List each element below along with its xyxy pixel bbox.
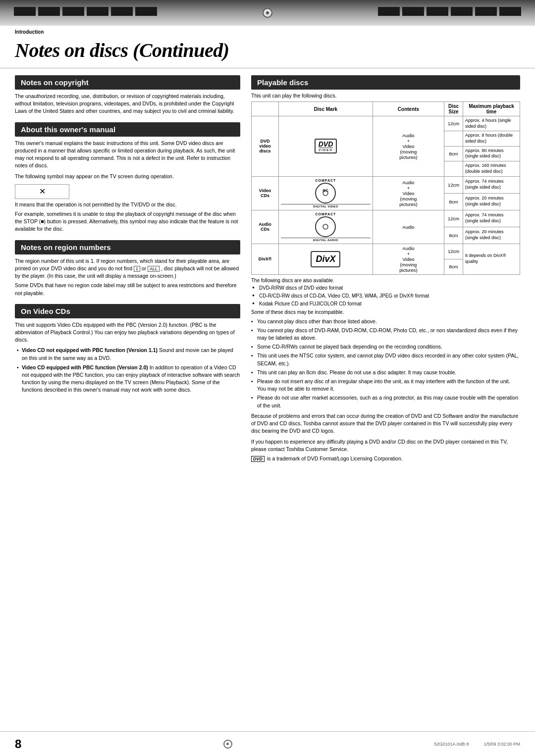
header-blocks-left [14,7,157,16]
notes-on-copyright-section: Notes on copyright The unauthorized reco… [15,75,240,115]
footer-date-info: 1/5/09 3:02:00 PM [483,742,520,747]
list-item-kodak: ● Kodak Picture CD and FUJICOLOR CD form… [252,301,520,307]
about-manual-body3: It means that the operation is not permi… [15,201,240,208]
header-bar [0,0,535,26]
dvd-size-8cm: 8cm [444,146,463,161]
also-available-list: ● DVD-R/RW discs of DVD video format ● C… [251,285,520,307]
dvd-size-empty2 [444,161,463,176]
header-block [499,7,521,16]
bottom-text-2: If you happen to experience any difficul… [251,438,520,453]
incompatible-note: Some of these discs may be incompatible. [251,309,520,315]
section-label: Introduction [0,26,535,35]
dvd-disc-mark-cell: DVD VIDEO [279,116,373,177]
bottom-text-1: Because of problems and errors that can … [251,412,520,435]
header-block [378,7,400,16]
header-block [62,7,84,16]
also-available-label: The following discs are also available. [251,278,520,283]
header-block [14,7,36,16]
header-block [87,7,108,16]
playable-discs-heading: Playable discs [251,75,520,90]
notes-on-region-body2: Some DVDs that have no region code label… [15,282,240,297]
on-video-cds-body1: This unit supports Video CDs equipped wi… [15,321,240,344]
footer-file-info: 52G0101A.indb 8 [434,742,469,747]
audiocds-contents-cell: Audio [373,210,444,244]
dvd-contents-cell: Audio+Video(movingpictures) [373,116,444,177]
notes-on-region-heading: Notes on region numbers [15,240,240,254]
header-blocks-right [378,7,521,16]
header-block [38,7,60,16]
divx-disc-mark-cell: DivX [279,244,373,274]
footer-info: 52G0101A.indb 8 1/5/09 3:02:00 PM [434,742,520,747]
divx-contents-cell: Audio+Video(movingpictures) [373,244,444,274]
dvd-time-8cm-single: Approx. 80 minutes (single sided disc) [463,146,520,161]
header-block [135,7,157,16]
video-cd-bullet2: • Video CD equipped with PBC function (V… [17,364,240,394]
col-header-max-playback: Maximum playback time [463,102,520,116]
warning-bullets-list: • You cannot play discs other than those… [251,318,520,409]
dvd-size-12cm: 12cm [444,116,463,131]
table-row-divx: DivX® DivX Audio+Video(movingpictures) 1… [252,244,520,259]
page-title-area: Notes on discs (Continued) [0,35,535,68]
header-block [402,7,424,16]
playable-discs-intro: This unit can play the following discs. [251,93,520,99]
about-manual-section: About this owner's manual This owner's m… [15,122,240,233]
videocds-time-8cm: Approx. 20 minutes (single sided disc) [463,193,520,210]
list-item-dvdrw: ● DVD-R/RW discs of DVD video format [252,285,520,292]
about-manual-body2: The following symbol may appear on the T… [15,173,240,180]
audiocds-time-8cm: Approx. 20 minutes (single sided disc) [463,227,520,244]
header-block [475,7,497,16]
col-header-empty [252,102,279,116]
audiocds-disc-mark-cell: COMPACT DIGITAL AUDIO [279,210,373,244]
table-row-audiocds: AudioCDs COMPACT DIGITAL AUDIO [252,210,520,227]
header-block [451,7,473,16]
header-block [111,7,133,16]
notes-on-region-body1: The region number of this unit is 1. If … [15,257,240,280]
audiocds-size-8cm: 8cm [444,227,463,244]
warning-bullet-3: • Some CD-R/RWs cannot be played back de… [251,343,520,351]
symbol-box: ✕ [15,184,69,199]
about-manual-body4: For example, sometimes it is unable to s… [15,210,240,233]
right-column: Playable discs This unit can play the fo… [251,68,520,462]
videocds-disc-mark-cell: COMPACT ISC DIGITAL VIDEO [279,176,373,210]
page-title: Notes on discs (Continued) [15,39,520,62]
table-row-dvd: DVDvideodiscs DVD VIDEO Audio+Video(movi… [252,116,520,131]
notes-on-copyright-heading: Notes on copyright [15,75,240,90]
videocds-size-12cm: 12cm [444,176,463,193]
video-cd-bullet1: • Video CD not equipped with PBC functio… [17,347,240,361]
col-header-contents: Contents [373,102,444,116]
warning-bullet-2: • You cannot play discs of DVD-RAM, DVD-… [251,327,520,342]
divx-label-cell: DivX® [252,244,279,274]
dvd-time-12cm-double: Approx. 8 hours (double sided disc) [463,131,520,146]
footer-center-icon [223,740,232,749]
center-crosshair-icon [263,8,272,18]
on-video-cds-heading: On Video CDs [15,304,240,318]
dvd-time-8cm-double: Approx. 160 minutes (double sided disc) [463,161,520,176]
videocds-label-cell: VideoCDs [252,176,279,210]
audiocds-size-12cm: 12cm [444,210,463,227]
col-header-disc-size: Disc Size [444,102,463,116]
footer: 8 52G0101A.indb 8 1/5/09 3:02:00 PM [0,731,535,756]
dvd-time-12cm-single: Approx. 4 hours (single sided disc) [463,116,520,131]
dvd-trademark-badge: DVD [251,456,265,462]
videocds-size-8cm: 8cm [444,193,463,210]
about-manual-body1: This owner's manual explains the basic i… [15,140,240,170]
warning-bullet-7: • Please do not use after market accesso… [251,394,520,409]
col-header-disc-mark: Disc Mark [279,102,373,116]
playable-discs-table: Disc Mark Contents Disc Size Maximum pla… [251,101,520,275]
warning-bullet-5: • This unit can play an 8cm disc. Please… [251,369,520,376]
audiocds-time-12cm: Approx. 74 minutes (single sided disc) [463,210,520,227]
warning-bullet-1: • You cannot play discs other than those… [251,318,520,325]
dvd-label-cell: DVDvideodiscs [252,116,279,177]
table-row-videocds: VideoCDs COMPACT ISC [252,176,520,193]
notes-on-region-section: Notes on region numbers The region numbe… [15,240,240,297]
svg-text:ISC: ISC [323,189,329,192]
videocds-contents-cell: Audio+Video(movingpictures) [373,176,444,210]
main-content: Notes on copyright The unauthorized reco… [0,68,535,462]
list-item-cdrw: ● CD-R/CD-RW discs of CD-DA, Video CD, M… [252,293,520,300]
trademark-text: DVD is a trademark of DVD Format/Logo Li… [251,455,520,462]
about-manual-heading: About this owner's manual [15,122,240,137]
videocds-time-12cm: Approx. 74 minutes (single sided disc) [463,176,520,193]
on-video-cds-section: On Video CDs This unit supports Video CD… [15,304,240,394]
audiocds-label-cell: AudioCDs [252,210,279,244]
svg-point-4 [323,224,328,229]
